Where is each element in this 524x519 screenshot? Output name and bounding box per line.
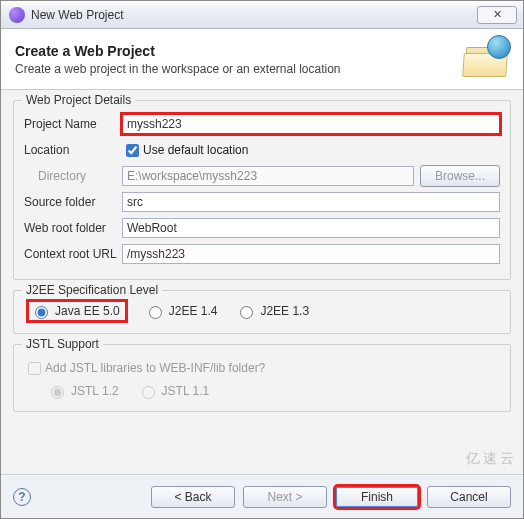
next-button: Next > <box>243 486 327 508</box>
radio-javaee5-input[interactable] <box>35 306 48 319</box>
page-subtitle: Create a web project in the workspace or… <box>15 62 455 76</box>
use-default-location-checkbox[interactable] <box>126 144 139 157</box>
context-root-label: Context root URL <box>24 247 122 261</box>
cancel-button[interactable]: Cancel <box>427 486 511 508</box>
radio-jstl12-input <box>51 386 64 399</box>
wizard-header: Create a Web Project Create a web projec… <box>1 29 523 90</box>
wizard-banner-icon <box>463 39 509 79</box>
location-label: Location <box>24 143 122 157</box>
group-title-details: Web Project Details <box>22 93 135 107</box>
radio-j2ee13-label: J2EE 1.3 <box>260 304 309 318</box>
context-root-input[interactable] <box>122 244 500 264</box>
jstl-support-group: JSTL Support Add JSTL libraries to WEB-I… <box>13 344 511 412</box>
radio-j2ee13[interactable]: J2EE 1.3 <box>235 303 309 319</box>
radio-jstl12: JSTL 1.2 <box>46 383 119 399</box>
radio-jstl11-input <box>142 386 155 399</box>
radio-jstl11-label: JSTL 1.1 <box>162 384 210 398</box>
radio-javaee5[interactable]: Java EE 5.0 <box>28 301 126 321</box>
radio-javaee5-label: Java EE 5.0 <box>55 304 120 318</box>
source-folder-label: Source folder <box>24 195 122 209</box>
directory-input <box>122 166 414 186</box>
dialog-window: New Web Project ✕ Create a Web Project C… <box>0 0 524 519</box>
button-bar: ? < Back Next > Finish Cancel <box>1 474 523 518</box>
project-name-label: Project Name <box>24 117 122 131</box>
web-root-label: Web root folder <box>24 221 122 235</box>
source-folder-input[interactable] <box>122 192 500 212</box>
app-icon <box>9 7 25 23</box>
finish-button[interactable]: Finish <box>335 486 419 508</box>
close-button[interactable]: ✕ <box>477 6 517 24</box>
radio-j2ee14[interactable]: J2EE 1.4 <box>144 303 218 319</box>
project-name-input[interactable] <box>122 114 500 134</box>
j2ee-spec-group: J2EE Specification Level Java EE 5.0 J2E… <box>13 290 511 334</box>
window-title: New Web Project <box>31 8 477 22</box>
titlebar: New Web Project ✕ <box>1 1 523 29</box>
add-jstl-label: Add JSTL libraries to WEB-INF/lib folder… <box>45 361 265 375</box>
page-title: Create a Web Project <box>15 43 455 59</box>
use-default-location-label: Use default location <box>143 143 248 157</box>
radio-j2ee13-input[interactable] <box>240 306 253 319</box>
directory-label: Directory <box>24 169 122 183</box>
group-title-jstl: JSTL Support <box>22 337 103 351</box>
watermark: 亿速云 <box>466 450 517 468</box>
browse-button: Browse... <box>420 165 500 187</box>
radio-jstl12-label: JSTL 1.2 <box>71 384 119 398</box>
radio-jstl11: JSTL 1.1 <box>137 383 210 399</box>
web-project-details-group: Web Project Details Project Name Locatio… <box>13 100 511 280</box>
radio-j2ee14-label: J2EE 1.4 <box>169 304 218 318</box>
radio-j2ee14-input[interactable] <box>149 306 162 319</box>
add-jstl-checkbox <box>28 362 41 375</box>
back-button[interactable]: < Back <box>151 486 235 508</box>
group-title-j2ee: J2EE Specification Level <box>22 283 162 297</box>
help-icon[interactable]: ? <box>13 488 31 506</box>
web-root-input[interactable] <box>122 218 500 238</box>
